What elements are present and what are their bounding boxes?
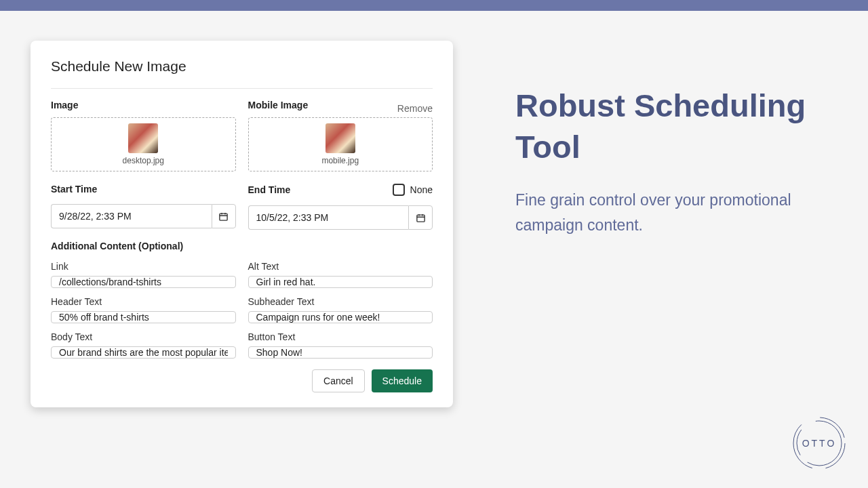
none-label: None [410, 184, 433, 195]
link-input[interactable] [51, 276, 236, 288]
start-time-calendar-button[interactable] [212, 204, 236, 228]
link-label: Link [51, 261, 236, 272]
marketing-heading: Robust Scheduling Tool [515, 85, 827, 167]
cancel-button[interactable]: Cancel [312, 369, 365, 392]
schedule-modal: Schedule New Image Image desktop.jpg Mob… [31, 41, 453, 407]
start-time-label: Start Time [51, 184, 97, 195]
end-time-calendar-button[interactable] [408, 205, 433, 230]
subheader-text-input[interactable] [248, 311, 433, 323]
svg-rect-0 [220, 214, 227, 220]
remove-link[interactable]: Remove [397, 103, 433, 114]
mobile-image-label: Mobile Image [248, 100, 309, 110]
image-label: Image [51, 100, 236, 110]
header-text-input[interactable] [51, 311, 236, 323]
desktop-filename: desktop.jpg [123, 156, 164, 165]
button-text-label: Button Text [248, 331, 433, 342]
subheader-text-label: Subheader Text [248, 296, 433, 307]
divider [51, 88, 433, 89]
top-accent-bar [0, 0, 868, 11]
start-time-input[interactable] [51, 204, 212, 228]
marketing-copy: Robust Scheduling Tool Fine grain contro… [515, 85, 827, 238]
mobile-image-dropzone[interactable]: mobile.jpg [248, 117, 433, 171]
mobile-thumbnail [326, 123, 355, 153]
desktop-image-dropzone[interactable]: desktop.jpg [51, 117, 236, 171]
body-text-input[interactable] [51, 346, 236, 359]
body-text-label: Body Text [51, 331, 236, 342]
calendar-icon [218, 211, 229, 222]
desktop-thumbnail [128, 123, 158, 153]
header-text-label: Header Text [51, 296, 236, 307]
logo-text: OTTO [802, 438, 837, 449]
modal-title: Schedule New Image [51, 58, 433, 75]
alt-text-input[interactable] [248, 276, 433, 288]
none-checkbox[interactable] [393, 184, 405, 196]
alt-text-label: Alt Text [248, 261, 433, 272]
svg-rect-1 [416, 215, 424, 222]
end-time-label: End Time [248, 184, 291, 195]
end-time-input[interactable] [248, 205, 409, 230]
additional-content-label: Additional Content (Optional) [51, 241, 433, 251]
calendar-icon [416, 213, 426, 223]
button-text-input[interactable] [248, 346, 433, 359]
mobile-filename: mobile.jpg [321, 156, 359, 165]
schedule-button[interactable]: Schedule [372, 369, 433, 392]
brand-logo: OTTO [791, 415, 848, 472]
marketing-sub: Fine grain control over your promotional… [515, 188, 827, 238]
